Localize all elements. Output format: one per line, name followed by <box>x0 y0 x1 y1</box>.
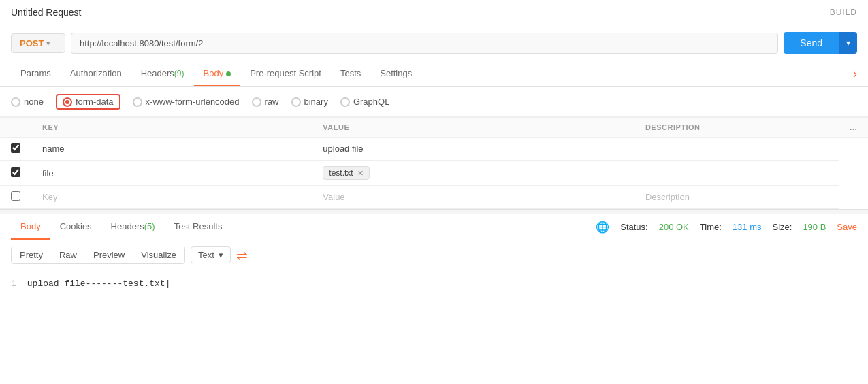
body-type-raw[interactable]: raw <box>252 97 279 107</box>
request-tabs: Params Authorization Headers(9) Body Pre… <box>0 61 868 87</box>
th-description: DESCRIPTION <box>634 118 839 138</box>
resp-tab-headers[interactable]: Headers(5) <box>101 214 165 240</box>
tab-tests[interactable]: Tests <box>331 61 370 86</box>
radio-graphql-icon <box>340 97 350 107</box>
tab-prerequest[interactable]: Pre-request Script <box>240 61 331 86</box>
body-type-urlencoded[interactable]: x-www-form-urlencoded <box>133 97 240 107</box>
tab-authorization[interactable]: Authorization <box>61 61 131 86</box>
file-chip-remove-button[interactable]: ✕ <box>357 169 364 178</box>
radio-urlencoded-icon <box>133 97 142 107</box>
send-dropdown-button[interactable]: ▾ <box>839 32 857 54</box>
response-status-row: 🌐 Status: 200 OK Time: 131 ms Size: 190 … <box>596 221 857 234</box>
new-row-description[interactable]: Description <box>634 186 839 209</box>
method-label: POST <box>20 38 44 48</box>
format-tab-preview[interactable]: Preview <box>85 246 133 263</box>
new-row-value[interactable]: Value <box>312 186 634 209</box>
new-row-checkbox[interactable] <box>11 191 20 201</box>
format-tab-visualize[interactable]: Visualize <box>133 246 184 263</box>
size-value: 190 B <box>803 222 826 232</box>
form-data-table: KEY VALUE DESCRIPTION ... name upload fi… <box>0 117 868 209</box>
response-tabs-row: Body Cookies Headers(5) Test Results 🌐 S… <box>0 214 868 240</box>
response-code: upload file-------test.txt <box>27 278 171 289</box>
url-bar: POST ▾ Send ▾ <box>0 25 868 61</box>
tab-settings[interactable]: Settings <box>370 61 421 86</box>
method-select[interactable]: POST ▾ <box>11 33 65 53</box>
th-check <box>0 118 31 138</box>
format-tab-raw[interactable]: Raw <box>51 246 85 263</box>
time-label: Time: <box>700 222 722 232</box>
tab-params[interactable]: Params <box>11 61 61 86</box>
body-type-binary[interactable]: binary <box>291 97 328 107</box>
wrap-icon[interactable]: ⇌ <box>236 247 248 263</box>
row1-key[interactable]: name <box>31 138 312 161</box>
status-label: Status: <box>620 222 647 232</box>
th-key: KEY <box>31 118 312 138</box>
method-chevron-icon: ▾ <box>46 39 50 47</box>
build-label: BUILD <box>830 7 857 17</box>
size-label: Size: <box>772 222 792 232</box>
row1-checkbox-cell <box>0 138 31 161</box>
body-type-none[interactable]: none <box>11 97 44 107</box>
file-chip-name: test.txt <box>329 168 353 178</box>
new-row-checkbox-cell <box>0 186 31 209</box>
section-divider <box>0 209 868 214</box>
new-row-desc-placeholder: Description <box>645 192 690 202</box>
radio-binary-icon <box>291 97 301 107</box>
globe-icon: 🌐 <box>596 221 609 234</box>
text-type-chevron-icon: ▾ <box>219 250 223 260</box>
table-row: name upload file <box>0 138 868 161</box>
time-value: 131 ms <box>733 222 762 232</box>
save-link[interactable]: Save <box>837 222 857 232</box>
status-value: 200 OK <box>659 222 689 232</box>
th-more: ... <box>839 118 868 138</box>
tab-body[interactable]: Body <box>194 61 241 86</box>
row2-description <box>634 161 839 186</box>
body-type-formdata[interactable]: form-data <box>56 94 120 110</box>
radio-none-icon <box>11 97 20 107</box>
row2-value: test.txt ✕ <box>312 161 634 186</box>
response-toolbar: Pretty Raw Preview Visualize Text ▾ ⇌ <box>0 240 868 270</box>
row1-description <box>634 138 839 161</box>
url-input[interactable] <box>71 33 778 54</box>
line-number: 1 <box>11 278 16 289</box>
row1-checkbox[interactable] <box>11 143 20 153</box>
body-type-row: none form-data x-www-form-urlencoded raw… <box>0 87 868 117</box>
radio-raw-icon <box>252 97 261 107</box>
table-row: file test.txt ✕ <box>0 161 868 186</box>
radio-formdata-icon <box>63 97 72 107</box>
row2-checkbox-cell <box>0 161 31 186</box>
resp-tab-testresults[interactable]: Test Results <box>165 214 232 240</box>
resp-tab-body[interactable]: Body <box>11 214 50 240</box>
new-row-value-placeholder: Value <box>323 192 344 202</box>
row2-checkbox[interactable] <box>11 167 20 177</box>
new-row-key-placeholder: Key <box>42 192 57 202</box>
row1-value[interactable]: upload file <box>312 138 634 161</box>
format-tabs: Pretty Raw Preview Visualize <box>11 246 185 264</box>
send-button[interactable]: Send <box>784 32 839 54</box>
text-type-select[interactable]: Text ▾ <box>191 246 231 263</box>
format-tab-pretty[interactable]: Pretty <box>12 246 51 263</box>
tab-headers[interactable]: Headers(9) <box>131 61 194 86</box>
table-new-row: Key Value Description <box>0 186 868 209</box>
new-row-key[interactable]: Key <box>31 186 312 209</box>
send-btn-group: Send ▾ <box>784 32 857 54</box>
body-type-graphql[interactable]: GraphQL <box>340 97 389 107</box>
top-bar: Untitled Request BUILD <box>0 0 868 25</box>
right-edge-indicator: › <box>853 67 857 81</box>
resp-tab-cookies[interactable]: Cookies <box>50 214 101 240</box>
response-body: 1upload file-------test.txt <box>0 270 868 297</box>
row2-key[interactable]: file <box>31 161 312 186</box>
request-title: Untitled Request <box>11 7 82 18</box>
text-type-label: Text <box>198 250 214 260</box>
file-chip: test.txt ✕ <box>323 166 369 180</box>
th-value: VALUE <box>312 118 634 138</box>
